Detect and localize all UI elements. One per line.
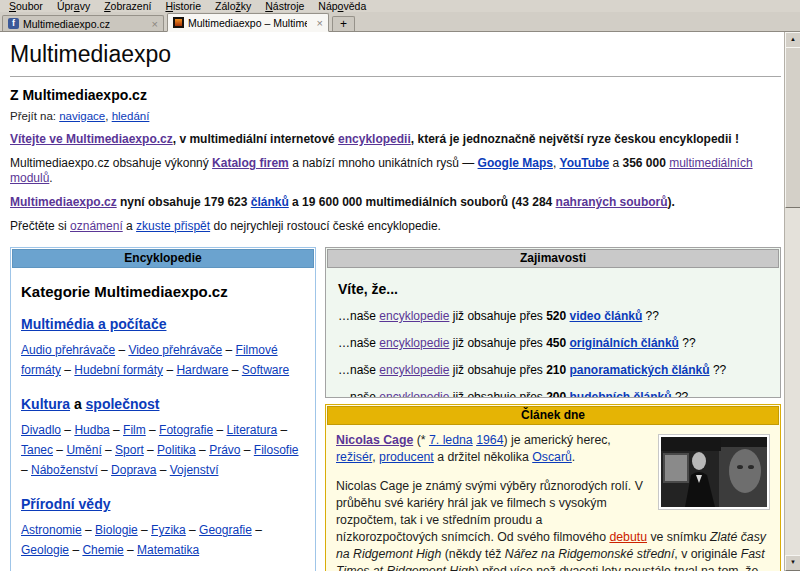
link[interactable]: encyklopedie: [379, 363, 449, 377]
link[interactable]: 7. ledna: [429, 433, 473, 447]
link[interactable]: Přírodní vědy: [21, 496, 110, 512]
link[interactable]: Multimediaexpo.cz: [10, 195, 117, 209]
separator: –: [21, 463, 31, 477]
category-link[interactable]: Audio přehrávače: [21, 343, 115, 357]
scrollbar-thumb[interactable]: [785, 47, 800, 208]
link[interactable]: Oscarů: [532, 450, 572, 464]
nicolas-cage-photo[interactable]: [658, 434, 770, 510]
category-link[interactable]: Hudební formáty: [74, 363, 163, 377]
article-body: Nicolas Cage (* 7. ledna 1964) je americ…: [326, 426, 780, 571]
menu-nastroje[interactable]: Nástroje: [258, 0, 311, 12]
link[interactable]: encyklopedii: [338, 132, 411, 146]
link[interactable]: režisér: [336, 450, 372, 464]
separator: –: [222, 343, 235, 357]
link[interactable]: nahraných souborů: [556, 195, 668, 209]
link[interactable]: společnost: [86, 396, 160, 412]
link[interactable]: encyklopedie: [379, 390, 449, 398]
separator: –: [186, 523, 199, 537]
page-title: Multimediaexpo: [10, 41, 781, 77]
link[interactable]: Multimédia a počítače: [21, 316, 166, 332]
category-link[interactable]: Hudba: [74, 423, 109, 437]
right-column: Zajimavosti Víte, že... …naše encykloped…: [325, 247, 781, 571]
category-link[interactable]: Chemie: [82, 543, 123, 557]
encyclopedia-header: Encyklopedie: [12, 249, 314, 268]
link[interactable]: zkuste přispět: [136, 219, 210, 233]
category-link[interactable]: Software: [242, 363, 289, 377]
link[interactable]: originálních článků: [570, 336, 679, 350]
facts-header: Zajimavosti: [327, 249, 779, 268]
category-link[interactable]: Umění: [66, 443, 101, 457]
left-column: Encyklopedie Kategorie Multimediaexpo.cz…: [10, 247, 316, 571]
category-link[interactable]: Divadlo: [21, 423, 61, 437]
category-link[interactable]: Film: [123, 423, 146, 437]
category-link[interactable]: Politika: [157, 443, 196, 457]
category-link[interactable]: Fyzika: [151, 523, 186, 537]
category-link[interactable]: Náboženství: [31, 463, 98, 477]
link[interactable]: hudebních článků: [570, 390, 672, 398]
category-link[interactable]: Geologie: [21, 543, 69, 557]
text-run: (*: [413, 433, 429, 447]
category-link[interactable]: Doprava: [111, 463, 156, 477]
menu-zalozky[interactable]: Záložky: [208, 0, 258, 12]
link[interactable]: Nicolas Cage: [336, 433, 413, 447]
menu-napoveda[interactable]: Nápověda: [311, 0, 373, 12]
close-icon[interactable]: ×: [311, 17, 323, 29]
link[interactable]: Google Maps: [478, 156, 553, 170]
category-link[interactable]: Právo: [209, 443, 240, 457]
tab-multimediaexpo-active[interactable]: Multimediaexpo – Multimediaexpo.cz ×: [167, 13, 329, 32]
vertical-scrollbar[interactable]: ▲ ▼: [784, 32, 800, 571]
new-tab-button[interactable]: +: [332, 16, 355, 31]
separator: –: [115, 343, 128, 357]
link[interactable]: článků: [251, 195, 289, 209]
menu-historie[interactable]: Historie: [158, 0, 208, 12]
category-link[interactable]: Biologie: [95, 523, 138, 537]
intro-welcome: Vítejte ve Multimediaexpo.cz, v multimed…: [10, 132, 781, 147]
category-link[interactable]: Hardware: [176, 363, 228, 377]
link[interactable]: YouTube: [560, 156, 610, 170]
close-icon[interactable]: ×: [146, 18, 158, 30]
link[interactable]: producent: [379, 450, 434, 464]
menu-zobrazeni[interactable]: Zobrazení: [97, 0, 158, 12]
text-run: 520: [546, 309, 566, 323]
scroll-up-button[interactable]: ▲: [785, 32, 800, 48]
category-link[interactable]: Vojenství: [170, 463, 219, 477]
link[interactable]: debutu: [609, 530, 647, 544]
menu-upravy[interactable]: Úpravy: [50, 0, 97, 12]
category-link[interactable]: Literatura: [226, 423, 277, 437]
tab-multimediaexpo-cz[interactable]: f Multimediaexpo.cz ×: [2, 15, 164, 31]
link[interactable]: hledání: [112, 110, 150, 122]
link[interactable]: Vítejte ve Multimediaexpo.cz: [10, 132, 173, 146]
link[interactable]: Kultura: [21, 396, 70, 412]
text-run: Multimediaexpo.cz obsahuje výkonný: [10, 156, 212, 170]
separator: –: [124, 543, 137, 557]
scroll-down-button[interactable]: ▼: [785, 555, 800, 571]
menu-soubor[interactable]: Soubor: [2, 0, 50, 12]
text-run: již obsahuje přes: [449, 363, 546, 377]
category-link[interactable]: Matematika: [137, 543, 199, 557]
link[interactable]: Katalog firem: [212, 156, 289, 170]
separator: –: [82, 523, 95, 537]
link[interactable]: navigace: [59, 110, 105, 122]
category-link[interactable]: Astronomie: [21, 523, 82, 537]
link[interactable]: oznámení: [70, 219, 123, 233]
facebook-icon: f: [8, 18, 19, 29]
category-link[interactable]: Geografie: [199, 523, 252, 537]
text-run: Přejít na:: [10, 110, 59, 122]
link[interactable]: encyklopedie: [379, 309, 449, 323]
link[interactable]: panoramatických článků: [570, 363, 710, 377]
text-run: ??: [672, 390, 689, 398]
text-run: ve snímku: [647, 530, 710, 544]
category-link[interactable]: Video přehrávače: [128, 343, 222, 357]
text-run: .: [572, 450, 575, 464]
category-link[interactable]: Filosofie: [254, 443, 299, 457]
category-link[interactable]: Fotografie: [159, 423, 213, 437]
link[interactable]: 1964: [476, 433, 503, 447]
link[interactable]: encyklopedie: [379, 336, 449, 350]
separator: –: [163, 363, 176, 377]
category-link[interactable]: Sport: [115, 443, 144, 457]
category-link[interactable]: Tanec: [21, 443, 53, 457]
text-run: do nejrychleji rostoucí české encykloped…: [210, 219, 441, 233]
separator: –: [102, 443, 115, 457]
section-links-kultura: Divadlo – Hudba – Film – Fotografie – Li…: [21, 420, 305, 480]
link[interactable]: video článků: [570, 309, 643, 323]
